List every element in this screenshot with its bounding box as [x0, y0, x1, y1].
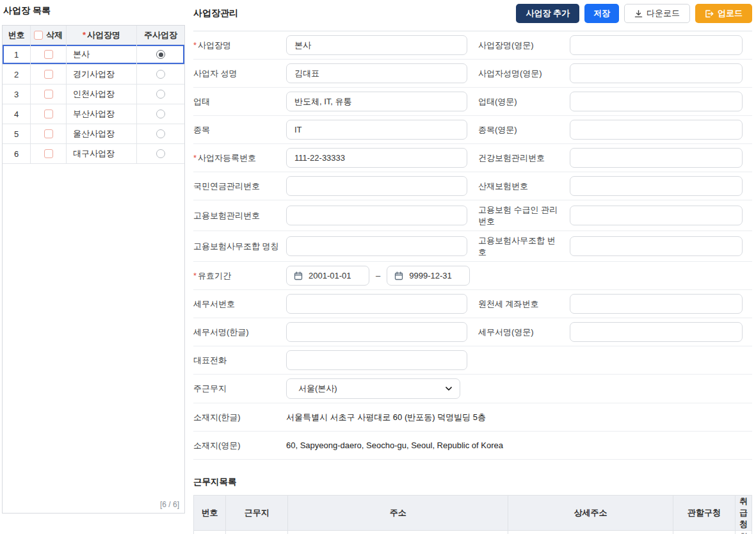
label-text: 세무서명(영문)	[478, 327, 534, 337]
employment-insurance-office-no-input[interactable]	[570, 236, 743, 256]
site-list-row[interactable]: 6 대구사업장	[3, 144, 184, 164]
site-list-panel: 사업장 목록 번호 삭제 * 사업장명 주사업장 1 본사	[0, 0, 185, 534]
site-manage-panel: 사업장관리 사업장 추가 저장 다운로드 업로드	[185, 0, 756, 534]
accident-insurance-no-input[interactable]	[570, 176, 743, 196]
site-list-row[interactable]: 5 울산사업장	[3, 124, 184, 144]
site-name-cell: 본사	[67, 45, 137, 64]
site-name-cell: 부산사업장	[67, 104, 137, 124]
owner-name-input[interactable]	[286, 63, 467, 83]
calendar-icon	[294, 271, 303, 280]
form-row: 대표전화	[193, 346, 752, 375]
row-no: 4	[3, 104, 31, 124]
download-button[interactable]: 다운로드	[624, 4, 690, 23]
site-name-input[interactable]	[286, 35, 467, 55]
address-en-text: 60, Sapyeong-daero, Seocho-gu, Seoul, Re…	[286, 441, 752, 450]
cell-district-office: 서초구청	[673, 531, 735, 534]
main-site-radio[interactable]	[156, 109, 165, 118]
withholding-account-input[interactable]	[570, 294, 743, 314]
upload-button-label: 업로드	[718, 8, 743, 19]
health-insurance-no-input[interactable]	[570, 148, 743, 168]
label-text: 소재지(한글)	[193, 412, 241, 422]
business-type-input[interactable]	[286, 92, 467, 111]
site-list-title: 사업장 목록	[2, 5, 185, 17]
site-name-header-label: 사업장명	[87, 29, 120, 41]
form-row: 종목 종목(영문)	[193, 116, 752, 144]
required-asterisk: *	[83, 30, 86, 40]
col-header-address: 주소	[288, 496, 508, 531]
upload-icon	[705, 10, 714, 18]
label-text: 대표전화	[193, 355, 227, 365]
form-row: 세무서명(한글) 세무서명(영문)	[193, 318, 752, 346]
field-label: *사업장명	[193, 40, 286, 51]
delete-checkbox[interactable]	[44, 70, 53, 79]
address-kr-text: 서울특별시 서초구 사평대로 60 (반포동) 덕명빌딩 5층	[286, 412, 752, 423]
delete-checkbox[interactable]	[44, 90, 53, 99]
site-list-row[interactable]: 2 경기사업장	[3, 65, 184, 85]
tax-office-no-input[interactable]	[286, 294, 467, 314]
form-row: 국민연금관리번호 산재보험번호	[193, 172, 752, 200]
pension-no-input[interactable]	[286, 176, 467, 196]
select-all-checkbox[interactable]	[34, 31, 43, 40]
add-site-button-label: 사업장 추가	[526, 8, 570, 19]
col-header-workplace: 근무지	[226, 496, 288, 531]
field-label: 원천세 계좌번호	[478, 298, 570, 310]
field-label: 업태	[193, 96, 286, 108]
main-site-radio[interactable]	[156, 149, 165, 158]
col-header-handling-agency: 취급청	[736, 496, 752, 531]
row-no: 1	[3, 45, 31, 64]
form-row: 업태 업태(영문)	[193, 88, 752, 116]
field-label: 세무서명(한글)	[193, 327, 286, 338]
site-name-cell: 인천사업장	[67, 85, 137, 104]
download-icon	[634, 10, 643, 18]
main-phone-input[interactable]	[286, 350, 467, 370]
label-text: 세무서번호	[193, 299, 235, 309]
employment-insurance-office-name-input[interactable]	[286, 236, 467, 256]
field-label: 업태(영문)	[478, 96, 570, 108]
delete-checkbox[interactable]	[44, 149, 53, 158]
tax-office-name-en-input[interactable]	[570, 322, 743, 342]
site-list-row[interactable]: 1 본사	[3, 45, 184, 65]
cell-detail-address: 덕명빌딩 5층	[508, 531, 673, 534]
business-item-input[interactable]	[286, 120, 467, 140]
main-site-radio[interactable]	[156, 70, 165, 79]
business-type-en-input[interactable]	[570, 92, 743, 111]
upload-button[interactable]: 업로드	[695, 4, 752, 23]
business-item-en-input[interactable]	[570, 120, 743, 140]
delete-checkbox[interactable]	[44, 129, 53, 138]
site-name-en-input[interactable]	[570, 35, 743, 55]
form-row: 주근무지 서울(본사)	[193, 375, 752, 403]
employment-insurance-recipient-no-input[interactable]	[570, 206, 743, 225]
site-list-row[interactable]: 4 부산사업장	[3, 104, 184, 124]
business-reg-no-input[interactable]	[286, 148, 467, 168]
field-label: 종목	[193, 124, 286, 136]
field-label: 고용보험 수급인 관리번호	[478, 204, 570, 227]
chevron-down-icon	[446, 387, 452, 391]
main-site-radio[interactable]	[156, 50, 165, 59]
valid-end-date-field[interactable]: 9999-12-31	[387, 266, 470, 286]
required-asterisk: *	[193, 153, 197, 163]
delete-checkbox[interactable]	[44, 50, 53, 59]
workplace-row[interactable]: 1 서울(본사) 서울특별시 서초구 사평대로 60 (반포동) 덕명빌딩 5층…	[194, 531, 752, 534]
main-site-radio[interactable]	[156, 90, 165, 99]
site-name-cell: 대구사업장	[67, 144, 137, 163]
delete-checkbox[interactable]	[44, 109, 53, 118]
main-workplace-select[interactable]: 서울(본사)	[286, 378, 460, 399]
main-site-radio[interactable]	[156, 129, 165, 138]
label-text: 원천세 계좌번호	[478, 299, 539, 309]
col-header-delete: 삭제	[31, 26, 67, 44]
valid-start-date-field[interactable]: 2001-01-01	[286, 266, 369, 286]
save-button[interactable]: 저장	[584, 4, 619, 23]
owner-name-en-input[interactable]	[570, 63, 743, 83]
site-list-row[interactable]: 3 인천사업장	[3, 85, 184, 104]
row-no: 2	[3, 65, 31, 84]
form-row: 사업자 성명 사업자성명(영문)	[193, 60, 752, 88]
cell-address: 서울특별시 서초구 사평대로 60 (반포동)	[288, 531, 508, 534]
page-title: 사업장관리	[193, 8, 238, 19]
add-site-button[interactable]: 사업장 추가	[516, 4, 579, 23]
label-text: 국민연금관리번호	[193, 181, 260, 191]
tax-office-name-kr-input[interactable]	[286, 322, 467, 342]
field-label: 대표전화	[193, 355, 286, 366]
start-date-value: 2001-01-01	[309, 271, 351, 280]
employment-insurance-no-input[interactable]	[286, 206, 467, 225]
page: 사업장 목록 번호 삭제 * 사업장명 주사업장 1 본사	[0, 0, 756, 534]
